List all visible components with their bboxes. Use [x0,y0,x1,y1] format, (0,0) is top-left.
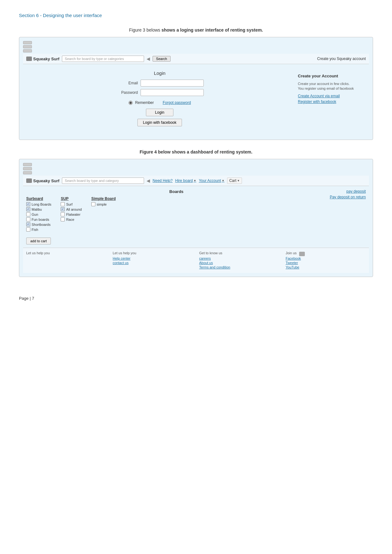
about-us-link[interactable]: About us [199,261,280,265]
browser-btn-6 [23,171,32,174]
gun-check[interactable] [26,212,30,216]
dashboard-body: Boards Surboard ✓ Long Boards ✓ Malibu [23,186,369,248]
password-input[interactable] [141,89,204,96]
login-ui: Squeaky Surf Search for board by type or… [23,54,369,136]
tweeter-link[interactable]: Tweeter [286,261,366,265]
boards-categories: Surboard ✓ Long Boards ✓ Malibu Gun [26,196,327,232]
hire-board-dropdown[interactable]: Hire board ▼ [175,178,196,183]
footer-col-2: Let us help you Help center contact us [113,251,193,270]
footer-col1-title: Let us help you [26,251,106,255]
create-email-link[interactable]: Create Account via email [298,94,361,98]
browser-btn-3 [23,49,32,52]
password-label: Password [116,90,138,95]
browser-chrome [23,41,369,52]
create-desc-1: Create your account in few clicks. You r… [298,81,361,91]
search-box[interactable]: Search for board by type or categories [62,56,144,62]
dashboard-ui: Squeaky Surf Search board by type and ca… [23,176,369,273]
simple-board-header: Simple Board [91,196,116,201]
login-facebook-button[interactable]: Login with facebook [137,119,182,126]
gun-item: Gun [26,212,51,216]
cart-button[interactable]: Cart ▼ [227,178,242,184]
footer-col4-title: Join us [286,251,297,255]
shortboards-item: ✓ Shortboards [26,222,51,226]
remember-radio[interactable] [129,101,133,105]
login-right-panel: Create your Account Create your account … [293,70,366,126]
browser-btn-4 [23,163,32,166]
boards-section: Boards Surboard ✓ Long Boards ✓ Malibu [26,189,327,244]
need-help-link[interactable]: Need Help? [153,178,172,183]
browser-btn-1 [23,41,32,44]
surboard-header: Surboard [26,196,51,201]
page-number: Page | 7 [19,296,373,301]
long-boards-check[interactable]: ✓ [26,202,30,206]
long-boards-item: ✓ Long Boards [26,202,51,206]
remember-label: Remember [135,100,154,105]
terms-link[interactable]: Terms and condition [199,265,280,269]
surf-check[interactable] [61,202,65,206]
footer-col-4: Join us Facebook Tweeter YouTube [286,251,366,270]
your-account-arrow-icon: ▼ [222,179,225,182]
your-account-dropdown[interactable]: Your Account ▼ [199,178,224,183]
section-heading: Section 6 - Designing the user interface [19,13,373,18]
race-item: Race [61,217,82,221]
dash-search-arrow-icon: ◀ [147,178,150,183]
footer-col2-title: Let us help you [113,251,193,255]
add-to-cart-button[interactable]: add to cart [26,238,51,244]
footer-col-3: Get to know us careers About us Terms an… [199,251,280,270]
fun-boards-item: Fun boards [26,217,51,221]
dash-logo-text: Squeaky Surf [33,178,59,183]
register-facebook-link[interactable]: Register with facebook [298,99,361,104]
nav-logo: Squeaky Surf [26,57,59,61]
hire-board-arrow-icon: ▼ [194,179,196,182]
browser-btn-2 [23,45,32,48]
social-icon [299,252,305,256]
login-body: Login Email Password Remember Forgot pas… [23,64,369,136]
dash-search-box[interactable]: Search board by type and category [62,178,144,184]
boards-title: Boards [26,189,327,194]
simple-board-column: Simple Board simple [91,196,116,232]
careers-link[interactable]: careers [199,256,280,260]
figure4-frame: Squeaky Surf Search board by type and ca… [19,159,373,277]
dash-nav-logo: Squeaky Surf [26,178,59,183]
surboard-column: Surboard ✓ Long Boards ✓ Malibu Gun [26,196,51,232]
fun-boards-check[interactable] [26,217,30,221]
flatwater-item: Flatwater [61,212,82,216]
shortboards-check[interactable]: ✓ [26,222,30,226]
create-account-nav-label: Create you Squeaky account [317,57,366,61]
logo-text: Squeaky Surf [33,57,59,61]
figure3-frame: Squeaky Surf Search for board by type or… [19,37,373,140]
pay-deposit-return-link[interactable]: Pay deposit on return [330,195,366,199]
dash-logo-icon [26,178,32,183]
dashboard-footer: Let us help you Let us help you Help cen… [23,248,369,273]
login-button[interactable]: Login [146,109,173,116]
pay-deposit-link[interactable]: pay deposit [330,189,366,194]
email-input[interactable] [141,80,204,87]
malibu-item: ✓ Malibu [26,207,51,211]
search-button[interactable]: Search [153,56,171,62]
footer-col-1: Let us help you [26,251,106,270]
email-field-row: Email [116,80,204,87]
malibu-check[interactable]: ✓ [26,207,30,211]
fish-check[interactable] [26,227,30,232]
all-around-check[interactable]: ✓ [61,207,65,211]
footer-col3-title: Get to know us [199,251,280,255]
figure3-caption: Figure 3 belows shows a loging user inte… [19,27,373,33]
dashboard-navbar: Squeaky Surf Search board by type and ca… [23,176,369,186]
race-check[interactable] [61,217,65,221]
password-field-row: Password [116,89,204,96]
youtube-link[interactable]: YouTube [286,265,366,269]
flatwater-check[interactable] [61,212,65,216]
login-form-area: Login Email Password Remember Forgot pas… [26,70,293,126]
fish-item: Fish [26,227,51,232]
contact-us-link[interactable]: contact us [113,261,193,265]
help-center-link[interactable]: Help center [113,256,193,260]
cart-arrow-icon: ▼ [237,179,240,182]
facebook-link[interactable]: Facebook [286,256,366,260]
email-label: Email [116,81,138,85]
simple-check[interactable] [91,202,95,206]
surf-item: Surf [61,202,82,206]
forgot-password-link[interactable]: Forgot password [163,100,191,105]
browser-chrome-2 [23,163,369,174]
all-around-item: ✓ All around [61,207,82,211]
create-account-title: Create your Account [298,74,361,78]
